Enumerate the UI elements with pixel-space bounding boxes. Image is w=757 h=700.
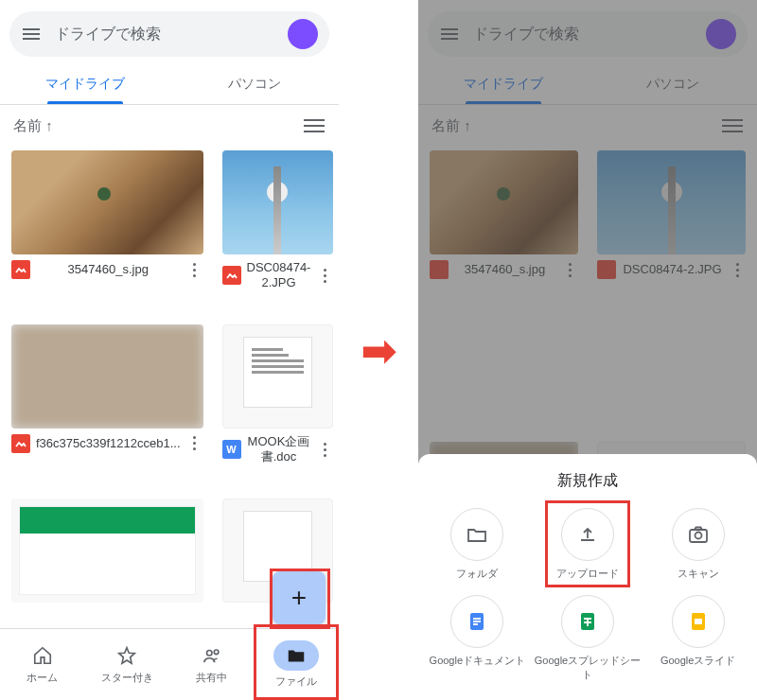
star-icon [115,644,138,667]
image-type-icon [11,260,30,279]
search-bar[interactable]: ドライブで検索 [9,11,329,57]
thumbnail [11,499,203,603]
arrow-right-icon: ➡ [361,326,396,375]
new-sheet: 新規作成 フォルダ アップロード スキャン Googleドキュメント [418,454,757,700]
folder-icon [450,508,503,561]
sheet-folder[interactable]: フォルダ [424,508,531,580]
nav-home[interactable]: ホーム [0,629,85,700]
svg-point-3 [695,533,701,539]
fab-new[interactable]: + [273,571,326,624]
file-card[interactable]: DSC08474-2.JPG [222,150,334,315]
tab-pc[interactable]: パソコン [169,64,339,104]
avatar[interactable] [288,19,318,49]
thumbnail [222,324,334,429]
more-icon[interactable] [186,436,203,450]
word-type-icon: W [222,440,241,459]
shared-icon [201,644,223,667]
upload-icon [561,508,614,561]
sort-label[interactable]: 名前 ↑ [13,117,53,135]
file-card[interactable] [11,499,203,624]
image-type-icon [11,434,30,453]
transition-arrow-container: ➡ [339,0,418,700]
search-placeholder: ドライブで検索 [55,25,288,44]
file-name: DSC08474-2.JPG [247,260,311,291]
svg-point-1 [214,650,219,655]
sort-row: 名前 ↑ [0,105,339,147]
file-card[interactable]: f36c375c339f1212cceb1... [11,324,203,489]
sheet-gslides[interactable]: Googleスライド [644,595,751,681]
menu-icon[interactable] [21,24,42,44]
more-icon[interactable] [316,269,333,283]
file-name: 3547460_s.jpg [36,262,181,277]
svg-rect-7 [695,619,702,624]
tab-mydrive[interactable]: マイドライブ [0,64,169,104]
tabs: マイドライブ パソコン [0,64,339,105]
nav-shared[interactable]: 共有中 [169,629,255,700]
sheet-scan[interactable]: スキャン [644,508,751,580]
nav-files[interactable]: ファイル [255,629,340,700]
thumbnail [11,150,203,254]
thumbnail [222,150,334,254]
sheet-upload[interactable]: アップロード [535,508,642,580]
gslides-icon [672,595,725,648]
folder-icon [285,644,308,667]
sheet-gsheets[interactable]: Googleスプレッドシート [535,595,642,681]
file-grid: 3547460_s.jpg DSC08474-2.JPG f36c375c339… [0,147,339,628]
right-screenshot: ドライブで検索 マイドライブ パソコン 名前 ↑ 3547460_s.jpg D… [418,0,757,700]
camera-icon [672,508,725,561]
file-name: MOOK企画書.doc [247,434,311,465]
file-card[interactable]: W MOOK企画書.doc [222,324,334,489]
gsheets-icon [561,595,614,648]
home-icon [31,644,54,667]
more-icon[interactable] [316,443,333,457]
bottom-nav: ホーム スター付き 共有中 ファイル [0,628,339,700]
more-icon[interactable] [186,263,203,277]
view-list-icon[interactable] [303,114,326,137]
left-screenshot: ドライブで検索 マイドライブ パソコン 名前 ↑ 3547460_s.jpg D… [0,0,339,700]
nav-starred[interactable]: スター付き [85,629,170,700]
file-card[interactable]: 3547460_s.jpg [11,150,203,315]
sheet-gdocs[interactable]: Googleドキュメント [424,595,531,681]
thumbnail [11,324,203,429]
image-type-icon [222,266,241,285]
svg-point-0 [206,651,212,656]
gdocs-icon [450,595,503,648]
file-name: f36c375c339f1212cceb1... [36,436,181,451]
sheet-title: 新規作成 [424,471,751,491]
